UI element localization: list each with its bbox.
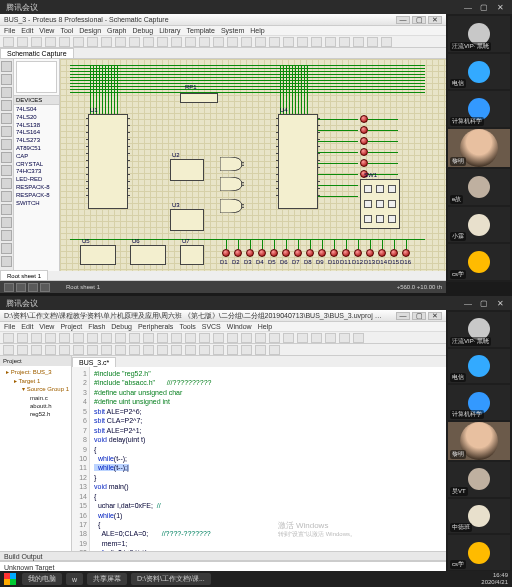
menu-tools[interactable]: Tools [179,323,195,330]
menu-design[interactable]: Design [79,27,101,34]
toolbar-button[interactable] [241,333,252,343]
toolbar-button[interactable] [367,37,378,47]
participant-tile[interactable]: e故 [448,169,510,205]
toolbar-button[interactable] [31,345,42,355]
device-item[interactable]: 74LS138 [16,122,57,130]
mode-button[interactable] [1,217,12,228]
menu-edit[interactable]: Edit [21,323,33,330]
device-item[interactable]: LED-RED [16,176,57,184]
menu-template[interactable]: Template [187,27,215,34]
mode-button[interactable] [1,230,12,241]
device-item[interactable]: CAP [16,153,57,161]
toolbar-button[interactable] [241,345,252,355]
tab-schematic-capture[interactable]: Schematic Capture [0,48,74,58]
toolbar-button[interactable] [283,333,294,343]
uvision-toolbar-1[interactable] [0,332,446,344]
sim-play-button[interactable] [4,283,14,292]
toolbar-button[interactable] [297,37,308,47]
toolbar-button[interactable] [3,333,14,343]
toolbar-button[interactable] [297,333,308,343]
toolbar-button[interactable] [199,333,210,343]
toolbar-button[interactable] [311,37,322,47]
menu-debug[interactable]: Debug [111,323,132,330]
device-item[interactable]: 74LS273 [16,137,57,145]
toolbar-button[interactable] [87,37,98,47]
toolbar-button[interactable] [213,345,224,355]
maximize-button[interactable]: ▢ [478,298,490,308]
mode-button[interactable] [1,100,12,111]
tree-project[interactable]: ▸ Project: BUS_3 [2,368,69,376]
toolbar-button[interactable] [115,37,126,47]
toolbar-button[interactable] [101,333,112,343]
menu-project[interactable]: Project [60,323,82,330]
toolbar-button[interactable] [3,37,14,47]
device-item[interactable]: RESPACK-8 [16,192,57,200]
participant-tile[interactable]: cs学 [448,244,510,280]
mode-button[interactable] [1,165,12,176]
maximize-button[interactable]: ▢ [478,2,490,12]
device-item[interactable]: SWITCH [16,200,57,208]
toolbar-button[interactable] [171,333,182,343]
maximize-button[interactable]: ▢ [412,16,426,24]
toolbar-button[interactable] [339,37,350,47]
toolbar-button[interactable] [185,333,196,343]
toolbar-button[interactable] [129,37,140,47]
proteus-titlebar[interactable]: BUS_3 - Proteus 8 Professional - Schemat… [0,14,446,26]
mode-button[interactable] [1,61,12,72]
menu-edit[interactable]: Edit [21,27,33,34]
toolbar-button[interactable] [129,333,140,343]
menu-file[interactable]: File [4,323,15,330]
toolbar-button[interactable] [101,37,112,47]
toolbar-button[interactable] [87,333,98,343]
tree-target[interactable]: ▸ Target 1 [2,377,69,385]
device-item[interactable]: 74HC373 [16,168,57,176]
close-button[interactable]: ✕ [428,312,442,320]
mode-button[interactable] [1,113,12,124]
minimize-button[interactable]: — [396,312,410,320]
tree-group[interactable]: ▾ Source Group 1 [2,385,69,393]
schematic-canvas[interactable]: U1U4RP1U2U3U5U6U7SW1D1D2D3D4D5D6D7D8D9D1… [60,59,446,271]
toolbar-button[interactable] [73,37,84,47]
participant-tile[interactable]: 昊VT [448,462,510,497]
minimize-button[interactable]: — [462,2,474,12]
mode-button[interactable] [1,204,12,215]
toolbar-button[interactable] [73,333,84,343]
toolbar-button[interactable] [115,333,126,343]
toolbar-button[interactable] [73,345,84,355]
toolbar-button[interactable] [87,345,98,355]
menu-window[interactable]: Window [227,323,252,330]
toolbar-button[interactable] [59,345,70,355]
mode-button[interactable] [1,178,12,189]
toolbar-button[interactable] [157,333,168,343]
toolbar-button[interactable] [157,37,168,47]
taskbar-item[interactable]: w [66,573,83,585]
device-item[interactable]: AT89C51 [16,145,57,153]
close-button[interactable]: ✕ [428,16,442,24]
system-tray[interactable]: 16:492020/4/21 [481,572,508,585]
code-area[interactable]: 1234567891011121314151617181920212223242… [72,367,446,551]
source-text[interactable]: #include "reg52.h"#include "absacc.h" //… [90,367,446,551]
menu-peripherals[interactable]: Peripherals [138,323,173,330]
toolbar-button[interactable] [213,37,224,47]
toolbar-button[interactable] [143,333,154,343]
toolbar-button[interactable] [255,345,266,355]
toolbar-button[interactable] [325,333,336,343]
toolbar-button[interactable] [311,333,322,343]
tree-file[interactable]: reg52.h [2,410,69,418]
participant-tile[interactable]: 中德班 [448,499,510,534]
toolbar-button[interactable] [241,37,252,47]
toolbar-button[interactable] [115,345,126,355]
windows-taskbar[interactable]: 我的电脑w共享屏幕D:\资料\工作文档\课... 16:492020/4/21 [0,571,512,587]
toolbar-button[interactable] [31,333,42,343]
mode-button[interactable] [1,243,12,254]
toolbar-button[interactable] [269,333,280,343]
toolbar-button[interactable] [171,345,182,355]
taskbar-item[interactable]: D:\资料\工作文档\课... [131,573,211,585]
menu-view[interactable]: View [39,323,54,330]
maximize-button[interactable]: ▢ [412,312,426,320]
taskbar-item[interactable]: 我的电脑 [22,573,62,585]
menu-flash[interactable]: Flash [88,323,105,330]
tab-root-sheet[interactable]: Root sheet 1 [0,270,48,280]
toolbar-button[interactable] [227,333,238,343]
toolbar-button[interactable] [17,333,28,343]
